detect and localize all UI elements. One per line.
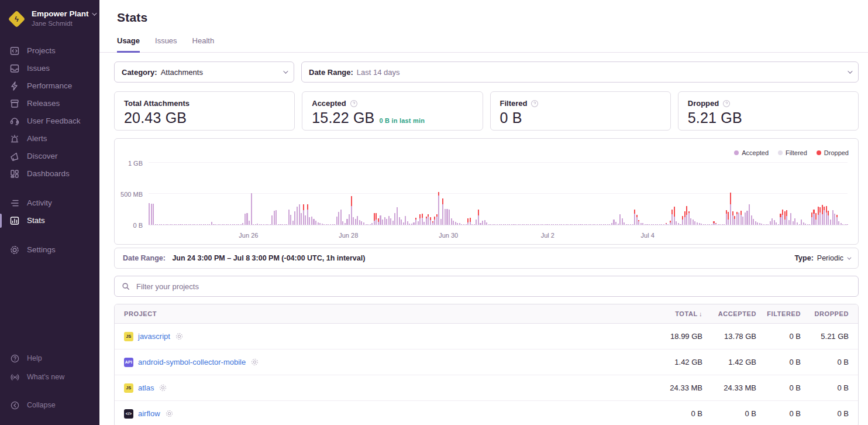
chart-bar[interactable] bbox=[476, 220, 477, 225]
chart-bar[interactable] bbox=[218, 224, 219, 225]
chart-bar[interactable] bbox=[430, 217, 431, 225]
chart-bar[interactable] bbox=[305, 215, 306, 225]
chart-bar[interactable] bbox=[834, 214, 835, 225]
chart-bar[interactable] bbox=[297, 207, 298, 225]
chart-bar[interactable] bbox=[649, 224, 650, 225]
legend-item-dropped[interactable]: Dropped bbox=[817, 149, 849, 156]
chart-bar[interactable] bbox=[651, 224, 652, 225]
tab-usage[interactable]: Usage bbox=[117, 36, 140, 53]
chart-bar[interactable] bbox=[342, 221, 343, 225]
chart-bar[interactable] bbox=[738, 212, 739, 225]
chart-bar[interactable] bbox=[288, 210, 290, 225]
chart-bar[interactable] bbox=[663, 224, 664, 225]
chart-bar[interactable] bbox=[303, 204, 304, 225]
chart-bar[interactable] bbox=[776, 222, 777, 225]
tab-issues[interactable]: Issues bbox=[155, 36, 177, 53]
project-link[interactable]: airflow bbox=[138, 409, 160, 418]
chart-bar[interactable] bbox=[286, 224, 287, 225]
chart-bar[interactable] bbox=[719, 224, 721, 225]
chart-bar[interactable] bbox=[519, 224, 521, 225]
chart-bar[interactable] bbox=[774, 220, 775, 225]
chart-bar[interactable] bbox=[323, 224, 325, 225]
chart-bar[interactable] bbox=[484, 220, 485, 225]
chart-bar[interactable] bbox=[307, 204, 308, 225]
chart-bar[interactable] bbox=[707, 224, 708, 225]
chart-bar[interactable] bbox=[782, 210, 783, 225]
chart-bar[interactable] bbox=[770, 221, 771, 225]
chart-bar[interactable] bbox=[546, 224, 547, 225]
chart-bar[interactable] bbox=[630, 224, 631, 225]
project-settings-gear-icon[interactable] bbox=[250, 358, 259, 366]
date-range-select[interactable]: Date Range: Last 14 days bbox=[301, 61, 859, 83]
chart-bar[interactable] bbox=[161, 224, 162, 225]
chart-bar[interactable] bbox=[151, 204, 152, 225]
chart-bar[interactable] bbox=[513, 224, 514, 225]
chart-bar[interactable] bbox=[503, 224, 504, 225]
chart-bar[interactable] bbox=[824, 207, 825, 225]
chart-bar[interactable] bbox=[480, 223, 481, 225]
chart-bar[interactable] bbox=[845, 224, 846, 225]
chart-bar[interactable] bbox=[411, 224, 412, 225]
chart-bar[interactable] bbox=[149, 203, 150, 225]
chart-bar[interactable] bbox=[494, 224, 495, 225]
chart-bar[interactable] bbox=[397, 207, 398, 225]
chart-bar[interactable] bbox=[666, 223, 667, 225]
chart-bar[interactable] bbox=[438, 192, 439, 225]
chart-bar[interactable] bbox=[667, 224, 669, 225]
chart-bar[interactable] bbox=[255, 224, 256, 225]
sidebar-item-user-feedback[interactable]: User Feedback bbox=[0, 112, 99, 130]
chart-bar[interactable] bbox=[471, 224, 473, 225]
chart-bar[interactable] bbox=[676, 221, 677, 225]
chart-bar[interactable] bbox=[622, 218, 623, 225]
chart-bar[interactable] bbox=[822, 205, 823, 225]
chart-bar[interactable] bbox=[418, 221, 419, 225]
chart-bar[interactable] bbox=[757, 222, 758, 225]
column-header-project[interactable]: PROJECT bbox=[124, 310, 637, 317]
chart-bar[interactable] bbox=[171, 224, 173, 225]
chart-bar[interactable] bbox=[405, 216, 406, 225]
chart-bar[interactable] bbox=[742, 217, 743, 225]
chart-bar[interactable] bbox=[511, 224, 512, 225]
chart-bar[interactable] bbox=[175, 224, 177, 225]
sidebar-item-releases[interactable]: Releases bbox=[0, 95, 99, 112]
chart-bar[interactable] bbox=[501, 224, 502, 225]
chart-bar[interactable] bbox=[492, 224, 494, 225]
chart-bar[interactable] bbox=[680, 224, 681, 225]
chart-bar[interactable] bbox=[778, 224, 779, 225]
chart-bar[interactable] bbox=[446, 209, 447, 225]
chart-bar[interactable] bbox=[311, 217, 312, 225]
chart-bar[interactable] bbox=[705, 224, 706, 225]
chart-bar[interactable] bbox=[838, 221, 839, 225]
chart-bar[interactable] bbox=[378, 218, 379, 225]
chart-bar[interactable] bbox=[301, 213, 302, 225]
chart-bar[interactable] bbox=[736, 212, 738, 225]
chart-bar[interactable] bbox=[366, 224, 367, 225]
chart-bar[interactable] bbox=[828, 211, 829, 225]
chart-bar[interactable] bbox=[486, 222, 487, 225]
category-select[interactable]: Category: Attachments bbox=[114, 61, 294, 83]
chart-bar[interactable] bbox=[399, 217, 400, 225]
chart-bar[interactable] bbox=[376, 213, 377, 225]
chart-bar[interactable] bbox=[674, 207, 675, 225]
chart-bar[interactable] bbox=[593, 224, 594, 225]
chart-bar[interactable] bbox=[555, 224, 556, 225]
chart-bar[interactable] bbox=[826, 206, 827, 225]
chart-bar[interactable] bbox=[584, 224, 585, 225]
chart-bar[interactable] bbox=[332, 224, 333, 225]
chart-bar[interactable] bbox=[688, 211, 690, 225]
project-link[interactable]: javascript bbox=[138, 332, 170, 341]
chart-bar[interactable] bbox=[518, 224, 519, 225]
chart-bar[interactable] bbox=[588, 224, 590, 225]
sidebar-item-alerts[interactable]: Alerts bbox=[0, 130, 99, 148]
chart-bar[interactable] bbox=[401, 220, 402, 225]
chart-bar[interactable] bbox=[846, 224, 848, 225]
chart-bar[interactable] bbox=[261, 224, 262, 225]
chart-bar[interactable] bbox=[155, 224, 156, 225]
chart-bar[interactable] bbox=[613, 220, 614, 225]
chart-bar[interactable] bbox=[576, 224, 577, 225]
legend-item-filtered[interactable]: Filtered bbox=[778, 149, 807, 156]
chart-bar[interactable] bbox=[557, 224, 558, 225]
chart-bar[interactable] bbox=[453, 221, 454, 225]
chart-bar[interactable] bbox=[197, 224, 198, 225]
chart-bar[interactable] bbox=[384, 217, 385, 225]
